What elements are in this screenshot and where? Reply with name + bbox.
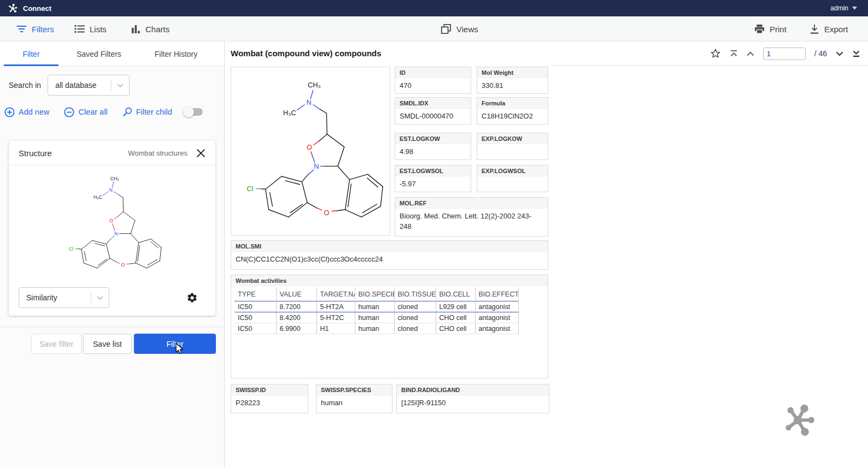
field-smdl-idx: SMDL.IDX SMDL-00000470 — [395, 97, 471, 125]
chevron-down-icon — [91, 296, 109, 300]
field-est-logkow: EST.LOGKOW 4.98 — [395, 133, 471, 160]
field-est-logkow-value: 4.98 — [395, 144, 471, 160]
cell-species: human — [355, 323, 394, 334]
magnifier-icon — [122, 107, 132, 117]
field-mol-smi: MOL.SMI CN(C)CC1CC2N(O1)c3cc(Cl)ccc3Oc4c… — [231, 240, 548, 270]
record-count-label: / 46 — [814, 49, 827, 58]
tab-saved-filters[interactable]: Saved Filters — [68, 42, 130, 66]
col-value[interactable]: VALUE — [276, 288, 316, 301]
search-in-label: Search in — [9, 81, 41, 90]
record-number-input[interactable] — [763, 48, 806, 60]
printer-icon — [754, 25, 765, 34]
field-id-label: ID — [395, 67, 471, 78]
clear-all-label: Clear all — [78, 108, 107, 116]
filter-button[interactable]: Filter — [134, 334, 216, 354]
field-bind-radioligand-label: BIND.RADIOLIGAND — [397, 384, 549, 395]
cell-cell: L929 cell — [436, 301, 475, 312]
clear-all-button[interactable]: Clear all — [64, 107, 107, 117]
field-est-logwsol: EST.LOGWSOL -5.97 — [395, 165, 471, 192]
first-record-icon[interactable] — [730, 50, 738, 57]
app-title: Connect — [23, 4, 51, 13]
save-filter-button[interactable]: Save filter — [31, 334, 81, 354]
nav-charts[interactable]: Charts — [131, 16, 169, 42]
next-record-icon[interactable] — [836, 51, 843, 56]
close-icon[interactable] — [196, 149, 206, 158]
tab-filter-history-label: Filter History — [155, 50, 198, 58]
col-bio-species[interactable]: BIO.SPECIE — [355, 288, 394, 301]
compound-structure-image[interactable] — [231, 67, 390, 236]
top-app-bar: Connect admin — [0, 0, 868, 16]
col-bio-effect[interactable]: BIO.EFFECT — [475, 288, 518, 301]
nav-filters[interactable]: Filters — [16, 16, 54, 42]
plus-circle-icon — [4, 107, 15, 117]
cell-type: IC50 — [234, 323, 276, 334]
favorite-star-icon[interactable] — [710, 48, 721, 59]
bar-chart-icon — [131, 25, 140, 33]
field-exp-logkow-label: EXP.LOGKOW — [477, 133, 548, 144]
field-bind-radioligand: BIND.RADIOLIGAND [125I]R-91150 — [396, 384, 549, 413]
save-list-button[interactable]: Save list — [83, 334, 132, 354]
filter-actions-row: Add new Clear all Filter child — [4, 104, 203, 120]
previous-record-icon[interactable] — [747, 51, 754, 56]
col-type[interactable]: TYPE — [234, 288, 276, 301]
cell-cell: CHO cell — [436, 312, 475, 323]
tab-filter-label: Filter — [22, 50, 39, 58]
field-swissp-id-value: P28223 — [231, 395, 308, 411]
col-target-name[interactable]: TARGET.NA — [316, 288, 355, 301]
activity-row[interactable]: IC50 8.4200 5-HT2C human cloned CHO cell… — [234, 312, 518, 323]
database-select[interactable]: all database — [48, 75, 130, 96]
cell-effect: antagonist — [475, 312, 518, 323]
field-formula-label: Formula — [477, 98, 548, 109]
filter-child-button[interactable]: Filter child — [122, 107, 172, 117]
field-mol-weight-label: Mol Weight — [477, 67, 548, 78]
activity-row[interactable]: IC50 6.9900 H1 human cloned CHO cell ant… — [234, 323, 518, 334]
field-mol-ref: MOL.REF Bioorg. Med. Chem. Lett. 12(2)-2… — [395, 197, 548, 236]
tab-filter[interactable]: Filter — [4, 42, 58, 66]
add-new-button[interactable]: Add new — [4, 107, 49, 117]
structure-filter-card: Structure Wombat structures Similarity — [9, 141, 215, 316]
cell-tissue: cloned — [394, 323, 436, 334]
chevron-down-icon — [852, 7, 857, 10]
cell-target: 5-HT2C — [316, 312, 355, 323]
nav-print[interactable]: Print — [754, 16, 787, 42]
structure-card-title: Structure — [19, 149, 52, 158]
header-divider — [553, 65, 868, 66]
cell-target: H1 — [316, 323, 355, 334]
nav-export[interactable]: Export — [810, 16, 848, 42]
col-bio-cell[interactable]: BIO.CELL — [436, 288, 475, 301]
field-mol-weight: Mol Weight 330.81 — [477, 67, 548, 94]
field-mol-weight-value: 330.81 — [477, 78, 548, 94]
app-logo-group[interactable]: Connect — [8, 3, 51, 14]
tab-saved-filters-label: Saved Filters — [77, 50, 121, 58]
molecule-image-small — [33, 169, 191, 278]
field-smdl-idx-value: SMDL-00000470 — [395, 109, 471, 125]
similarity-select[interactable]: Similarity — [19, 287, 109, 308]
last-record-icon[interactable] — [852, 50, 860, 57]
nav-views[interactable]: Views — [441, 16, 478, 42]
cell-tissue: cloned — [394, 312, 436, 323]
cell-cell: CHO cell — [436, 323, 475, 334]
gear-icon[interactable] — [186, 292, 198, 304]
field-id-value: 470 — [395, 78, 471, 94]
results-title: Wombat (compound view) compounds — [231, 42, 382, 66]
chemaxon-watermark-logo — [781, 402, 817, 440]
filter-child-toggle[interactable] — [184, 108, 203, 116]
nav-lists[interactable]: Lists — [74, 16, 107, 42]
sidebar-buttons-row: Save filter Save list Filter — [0, 334, 224, 354]
cell-tissue: cloned — [394, 301, 436, 312]
structure-query-drawing[interactable] — [9, 165, 215, 281]
cell-value: 8.7200 — [276, 301, 316, 312]
cell-effect: antagonist — [475, 323, 518, 334]
add-new-label: Add new — [19, 108, 49, 116]
toggle-knob — [183, 106, 194, 117]
field-mol-smi-value: CN(C)CC1CC2N(O1)c3cc(Cl)ccc3Oc4ccccc24 — [231, 252, 548, 268]
tab-filter-history[interactable]: Filter History — [145, 42, 207, 66]
user-menu[interactable]: admin — [830, 4, 857, 12]
cell-value: 6.9900 — [276, 323, 316, 334]
col-bio-tissues[interactable]: BIO.TISSUES — [394, 288, 436, 301]
activity-row-selected[interactable]: IC50 8.7200 5-HT2A human cloned L929 cel… — [234, 301, 518, 312]
activities-table: TYPE VALUE TARGET.NA BIO.SPECIE BIO.TISS… — [234, 288, 519, 334]
user-name: admin — [830, 4, 848, 12]
wombat-activities-box: Wombat activities TYPE VALUE TARGET.NA B… — [231, 275, 548, 378]
field-swissp-id-label: SWISSP.ID — [231, 384, 308, 395]
